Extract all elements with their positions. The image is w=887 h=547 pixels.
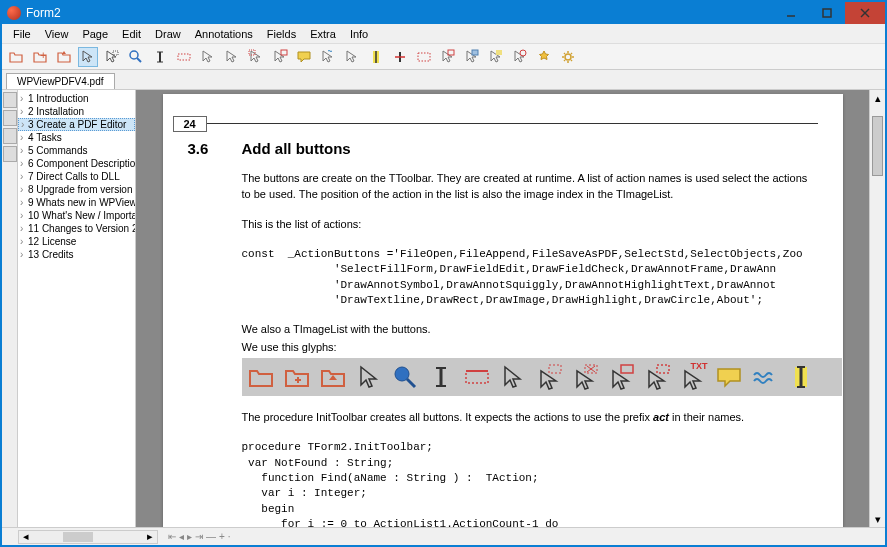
- nav-thumb-4[interactable]: [3, 146, 17, 162]
- svg-line-35: [407, 379, 415, 387]
- select-std-icon[interactable]: [78, 47, 98, 67]
- outline-item[interactable]: 6 Component Description: [18, 157, 135, 170]
- outline-item[interactable]: 4 Tasks: [18, 131, 135, 144]
- code-block-2: procedure TForm2.InitToolbar; var NotFou…: [242, 440, 818, 527]
- status-first-icon[interactable]: ⇤: [168, 531, 176, 542]
- menu-extra[interactable]: Extra: [303, 26, 343, 42]
- file-open-icon[interactable]: [6, 47, 26, 67]
- glyph-cursor-txt-icon: TXT: [678, 362, 708, 392]
- nav-thumb-2[interactable]: [3, 110, 17, 126]
- paragraph-5: The procedure InitToolbar creates all bu…: [242, 410, 818, 426]
- document-tab[interactable]: WPViewPDFV4.pdf: [6, 73, 115, 89]
- menu-view[interactable]: View: [38, 26, 76, 42]
- status-next-icon[interactable]: ▸: [187, 531, 192, 542]
- section-number: 3.6: [188, 140, 218, 157]
- document-viewport[interactable]: 24 3.6 Add all buttons The buttons are c…: [136, 90, 869, 527]
- file-save-icon[interactable]: [54, 47, 74, 67]
- hscroll-right[interactable]: ▸: [143, 531, 157, 543]
- cursor-rect-icon[interactable]: [246, 47, 266, 67]
- strikethrough-icon[interactable]: [390, 47, 410, 67]
- cursor-frame-icon[interactable]: [270, 47, 290, 67]
- gear-icon[interactable]: [558, 47, 578, 67]
- nav-thumb-1[interactable]: [3, 92, 17, 108]
- menu-fields[interactable]: Fields: [260, 26, 303, 42]
- status-plus-icon[interactable]: +: [219, 531, 225, 542]
- outline-item[interactable]: 2 Installation: [18, 105, 135, 118]
- outline-item[interactable]: 12 License: [18, 235, 135, 248]
- svg-line-30: [564, 60, 565, 61]
- minimize-button[interactable]: [773, 2, 809, 24]
- outline-panel: 1 Introduction2 Installation3 Create a P…: [18, 90, 136, 527]
- cursor-tool-1-icon[interactable]: [198, 47, 218, 67]
- outline-item[interactable]: 8 Upgrade from version 2: [18, 183, 135, 196]
- menu-file[interactable]: File: [6, 26, 38, 42]
- outline-item[interactable]: 3 Create a PDF Editor: [18, 118, 135, 131]
- cursor-box-dashed-icon[interactable]: [414, 47, 434, 67]
- cursor-image-icon[interactable]: [462, 47, 482, 67]
- cursor-squiggly-icon[interactable]: [318, 47, 338, 67]
- hscroll-thumb[interactable]: [63, 532, 93, 542]
- cursor-feature-icon[interactable]: [342, 47, 362, 67]
- glyph-folder-icon: [246, 362, 276, 392]
- menu-annotations[interactable]: Annotations: [188, 26, 260, 42]
- form-fill-icon[interactable]: [174, 47, 194, 67]
- cursor-circle-icon[interactable]: [510, 47, 530, 67]
- text-cursor-icon[interactable]: [150, 47, 170, 67]
- vertical-scrollbar[interactable]: ▴ ▾: [869, 90, 885, 527]
- svg-rect-39: [466, 371, 488, 383]
- cursor-highlight-icon[interactable]: [486, 47, 506, 67]
- svg-text:+: +: [40, 49, 46, 61]
- star-icon[interactable]: [534, 47, 554, 67]
- glyph-comment-icon: [714, 362, 744, 392]
- glyph-cursor-box-icon: [534, 362, 564, 392]
- cursor-tool-2-icon[interactable]: [222, 47, 242, 67]
- svg-line-28: [564, 53, 565, 54]
- status-prev-icon[interactable]: ◂: [179, 531, 184, 542]
- svg-rect-45: [621, 365, 633, 373]
- outline-item[interactable]: 1 Introduction: [18, 92, 135, 105]
- left-nav-strip: [2, 90, 18, 527]
- menu-page[interactable]: Page: [75, 26, 115, 42]
- comment-icon[interactable]: [294, 47, 314, 67]
- select-objects-icon[interactable]: [102, 47, 122, 67]
- glyph-folder-plus-icon: [282, 362, 312, 392]
- scroll-down-arrow[interactable]: ▾: [870, 511, 885, 527]
- svg-rect-13: [281, 50, 287, 55]
- file-append-icon[interactable]: +: [30, 47, 50, 67]
- svg-rect-19: [448, 50, 454, 55]
- outline-item[interactable]: 10 What's New / Important: [18, 209, 135, 222]
- nav-thumb-3[interactable]: [3, 128, 17, 144]
- cursor-box-solid-icon[interactable]: [438, 47, 458, 67]
- maximize-button[interactable]: [809, 2, 845, 24]
- outline-item[interactable]: 13 Credits: [18, 248, 135, 261]
- svg-line-29: [571, 60, 572, 61]
- glyph-squiggly-icon: [750, 362, 780, 392]
- menu-edit[interactable]: Edit: [115, 26, 148, 42]
- scroll-thumb[interactable]: [872, 116, 883, 176]
- svg-line-7: [137, 58, 141, 62]
- app-window: Form2 FileViewPageEditDrawAnnotationsFie…: [0, 0, 887, 547]
- zoom-icon[interactable]: [126, 47, 146, 67]
- glyph-cursor-dashed-icon: [642, 362, 672, 392]
- glyph-cursor-2-icon: [498, 362, 528, 392]
- glyph-strip: TXT: [242, 358, 842, 396]
- hscroll-left[interactable]: ◂: [19, 531, 33, 543]
- menu-info[interactable]: Info: [343, 26, 375, 42]
- glyph-cursor-icon: [354, 362, 384, 392]
- outline-item[interactable]: 5 Commands: [18, 144, 135, 157]
- svg-point-34: [395, 367, 409, 381]
- close-button[interactable]: [845, 2, 885, 24]
- code-block-1: const _ActionButtons ='FileOpen,FileAppe…: [242, 247, 818, 309]
- svg-rect-21: [496, 50, 502, 55]
- horizontal-scrollbar[interactable]: ◂ ▸: [18, 530, 158, 544]
- outline-item[interactable]: 9 Whats new in WPViewPD: [18, 196, 135, 209]
- menu-draw[interactable]: Draw: [148, 26, 188, 42]
- scroll-up-arrow[interactable]: ▴: [870, 90, 885, 106]
- highlight-beam-icon[interactable]: [366, 47, 386, 67]
- pdf-page: 24 3.6 Add all buttons The buttons are c…: [163, 94, 843, 527]
- outline-item[interactable]: 7 Direct Calls to DLL: [18, 170, 135, 183]
- scroll-track[interactable]: [870, 106, 885, 511]
- status-last-icon[interactable]: ⇥: [195, 531, 203, 542]
- outline-item[interactable]: 11 Changes to Version 2: [18, 222, 135, 235]
- glyph-highlight-ibeam-icon: [786, 362, 816, 392]
